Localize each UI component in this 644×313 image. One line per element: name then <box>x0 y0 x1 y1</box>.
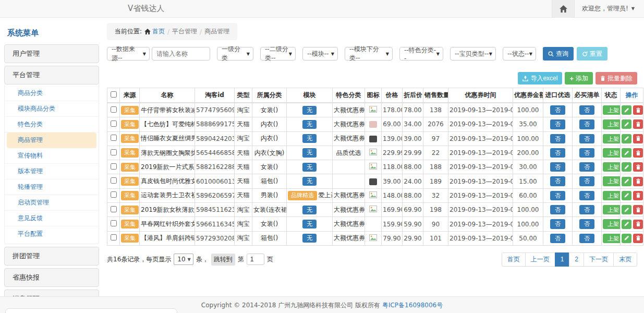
row-checkbox[interactable] <box>111 135 117 141</box>
filter-select-4[interactable]: --模块下分类--▼ <box>345 47 393 61</box>
delete-button[interactable] <box>633 177 643 186</box>
status-button[interactable]: 上架 <box>603 234 621 243</box>
row-checkbox[interactable] <box>111 163 117 170</box>
delete-button[interactable] <box>633 234 643 243</box>
status-button[interactable]: 上架 <box>603 205 621 214</box>
delete-button[interactable] <box>633 134 643 143</box>
import-select-toggle[interactable]: 否 <box>550 234 565 243</box>
delete-button[interactable] <box>633 162 643 172</box>
delete-button[interactable] <box>633 220 643 229</box>
sidebar-subitem-0[interactable]: 商品分类 <box>5 86 99 101</box>
sidebar-subitem-6[interactable]: 轮播管理 <box>5 179 99 195</box>
row-checkbox[interactable] <box>111 106 117 113</box>
status-button[interactable]: 上架 <box>603 148 621 158</box>
edit-button[interactable] <box>622 191 631 200</box>
sidebar-subitem-2[interactable]: 特色分类 <box>5 117 99 133</box>
sidebar-subitem-4[interactable]: 宣传物料 <box>5 148 99 164</box>
must-buy-toggle[interactable]: 否 <box>579 162 594 172</box>
icp-link[interactable]: 粤ICP备16098006号 <box>382 301 443 310</box>
search-button[interactable]: 查询 <box>543 47 574 61</box>
edit-button[interactable] <box>622 134 631 143</box>
edit-button[interactable] <box>622 162 631 172</box>
sidebar-item-after-0[interactable]: 拼团管理 <box>4 247 99 266</box>
filter-select-2[interactable]: --二级分类--▼ <box>260 47 296 61</box>
row-checkbox[interactable] <box>111 191 117 198</box>
filter-select-1[interactable]: 一级分类▼ <box>217 47 253 61</box>
sidebar-item-platform[interactable]: 平台管理 <box>4 66 99 85</box>
status-button[interactable]: 上架 <box>603 176 621 186</box>
filter-select-3[interactable]: --模块--▼ <box>302 47 338 61</box>
must-buy-toggle[interactable]: 否 <box>579 105 594 115</box>
import-select-toggle[interactable]: 否 <box>550 105 565 115</box>
status-button[interactable]: 上架 <box>603 105 621 115</box>
page-button-上一页[interactable]: 上一页 <box>525 252 555 267</box>
filter-select-0[interactable]: --数据来源--▼ <box>107 47 150 61</box>
delete-button[interactable] <box>633 205 643 214</box>
batch-delete-button[interactable]: 批量删除 <box>596 72 637 85</box>
jump-button[interactable]: 跳转到 <box>211 254 235 266</box>
select-all-checkbox[interactable] <box>111 91 117 98</box>
must-buy-toggle[interactable]: 否 <box>579 176 594 186</box>
sidebar-subitem-9[interactable]: 平台配置 <box>5 226 99 242</box>
delete-button[interactable] <box>633 148 643 158</box>
sidebar-subitem-1[interactable]: 模块商品分类 <box>5 101 99 117</box>
row-checkbox[interactable] <box>111 149 117 155</box>
edit-button[interactable] <box>622 105 631 115</box>
page-button-首页[interactable]: 首页 <box>502 252 526 267</box>
must-buy-toggle[interactable]: 否 <box>579 148 594 158</box>
page-button-1[interactable]: 1 <box>555 252 570 267</box>
filter-select-7[interactable]: --状态--▼ <box>503 47 536 61</box>
breadcrumb-home-link[interactable]: 首页 <box>144 27 165 36</box>
row-checkbox[interactable] <box>111 177 117 184</box>
import-select-toggle[interactable]: 否 <box>550 176 565 186</box>
edit-button[interactable] <box>622 148 631 158</box>
status-button[interactable]: 上架 <box>603 119 621 129</box>
row-checkbox[interactable] <box>111 234 117 240</box>
must-buy-toggle[interactable]: 否 <box>579 134 594 143</box>
page-button-2[interactable]: 2 <box>569 252 584 267</box>
name-search-input[interactable] <box>152 47 210 61</box>
import-select-toggle[interactable]: 否 <box>550 148 565 158</box>
page-number-input[interactable] <box>247 254 264 265</box>
import-excel-button[interactable]: 导入excel <box>518 72 562 85</box>
status-button[interactable]: 上架 <box>603 134 621 143</box>
delete-button[interactable] <box>633 119 643 129</box>
page-button-末页[interactable]: 末页 <box>613 252 637 267</box>
sidebar-subitem-5[interactable]: 版本管理 <box>5 164 99 179</box>
row-checkbox[interactable] <box>111 206 117 212</box>
import-select-toggle[interactable]: 否 <box>550 134 565 143</box>
home-button[interactable] <box>552 0 575 17</box>
import-select-toggle[interactable]: 否 <box>550 205 565 214</box>
filter-select-5[interactable]: --特色分类--▼ <box>399 47 443 61</box>
must-buy-toggle[interactable]: 否 <box>579 119 594 129</box>
user-menu[interactable]: 欢迎您，管理员! ▼ <box>575 4 644 13</box>
per-page-select[interactable]: 10 ▼ <box>174 254 193 265</box>
status-button[interactable]: 上架 <box>603 219 621 228</box>
edit-button[interactable] <box>622 177 631 186</box>
import-select-toggle[interactable]: 否 <box>550 191 565 200</box>
sidebar-subitem-7[interactable]: 启动页管理 <box>5 195 99 211</box>
must-buy-toggle[interactable]: 否 <box>579 219 594 228</box>
import-select-toggle[interactable]: 否 <box>550 119 565 129</box>
must-buy-toggle[interactable]: 否 <box>579 234 594 243</box>
status-button[interactable]: 上架 <box>603 191 621 200</box>
row-checkbox[interactable] <box>111 121 117 127</box>
sidebar-subitem-3[interactable]: 商品管理 <box>7 133 96 148</box>
sidebar-item-after-1[interactable]: 省惠快报 <box>4 268 99 287</box>
edit-button[interactable] <box>622 205 631 214</box>
import-select-toggle[interactable]: 否 <box>550 162 565 172</box>
row-checkbox[interactable] <box>111 220 117 226</box>
edit-button[interactable] <box>622 220 631 229</box>
status-button[interactable]: 上架 <box>603 162 621 172</box>
add-button[interactable]: + 添加 <box>565 72 593 85</box>
reset-button[interactable]: 重置 <box>577 47 607 61</box>
delete-button[interactable] <box>633 191 643 200</box>
edit-button[interactable] <box>622 119 631 129</box>
must-buy-toggle[interactable]: 否 <box>579 205 594 214</box>
sidebar-subitem-8[interactable]: 意见反馈 <box>5 211 99 226</box>
must-buy-toggle[interactable]: 否 <box>579 191 594 200</box>
filter-select-6[interactable]: --宝贝类型--▼ <box>450 47 496 61</box>
delete-button[interactable] <box>633 105 643 115</box>
page-button-下一页[interactable]: 下一页 <box>584 252 614 267</box>
edit-button[interactable] <box>622 234 631 243</box>
